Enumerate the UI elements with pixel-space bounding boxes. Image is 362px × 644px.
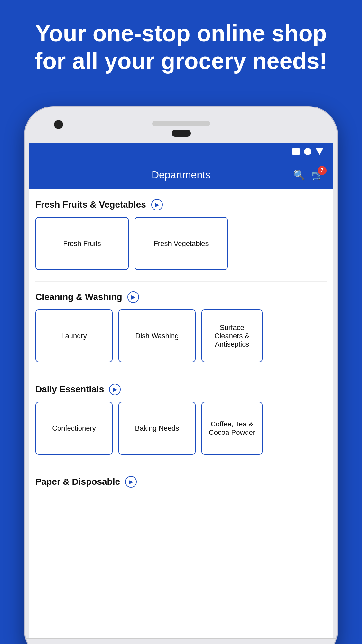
card-fresh-fruits[interactable]: Fresh Fruits <box>35 217 129 270</box>
search-icon[interactable]: 🔍 <box>293 169 305 181</box>
app-bar: Departments 🔍 🛒 7 <box>29 160 333 189</box>
hero-text: Your one-stop online shop for all your g… <box>0 0 362 88</box>
section-title-daily-essentials: Daily Essentials <box>35 384 104 395</box>
section-daily-essentials: Daily Essentials ▶ Confectionery Baking … <box>35 384 327 455</box>
section-title-paper-disposable: Paper & Disposable <box>35 477 120 487</box>
section-cleaning-washing: Cleaning & Washing ▶ Laundry Dish Washin… <box>35 291 327 362</box>
phone-top-bezel <box>25 107 337 143</box>
card-baking-needs[interactable]: Baking Needs <box>118 402 196 455</box>
divider-2 <box>35 374 327 374</box>
card-confectionery[interactable]: Confectionery <box>35 402 113 455</box>
divider-3 <box>35 466 327 466</box>
section-arrow-cleaning-washing[interactable]: ▶ <box>127 291 139 303</box>
section-title-fresh-fruits-veg: Fresh Fruits & Vegetables <box>35 200 146 210</box>
section-fresh-fruits-veg: Fresh Fruits & Vegetables ▶ Fresh Fruits… <box>35 199 327 270</box>
app-bar-icons: 🔍 🛒 7 <box>293 169 323 181</box>
status-icon-circle <box>304 148 311 155</box>
content-area: Fresh Fruits & Vegetables ▶ Fresh Fruits… <box>29 189 333 638</box>
card-dish-washing[interactable]: Dish Washing <box>118 309 196 362</box>
status-icon-signal <box>316 148 323 155</box>
card-surface-cleaners[interactable]: Surface Cleaners & Antiseptics <box>201 309 263 362</box>
section-arrow-daily-essentials[interactable]: ▶ <box>109 384 121 395</box>
phone-camera <box>54 120 63 129</box>
section-header-daily-essentials: Daily Essentials ▶ <box>35 384 327 395</box>
section-arrow-paper-disposable[interactable]: ▶ <box>125 476 137 488</box>
cards-row-fresh-fruits-veg: Fresh Fruits Fresh Vegetables <box>35 217 327 270</box>
divider-1 <box>35 281 327 282</box>
phone-screen: Departments 🔍 🛒 7 Fresh Fruits & Vegetab… <box>29 143 333 638</box>
section-title-cleaning-washing: Cleaning & Washing <box>35 292 122 302</box>
phone-speaker <box>152 121 210 126</box>
status-icon-square <box>292 148 300 155</box>
card-fresh-vegetables[interactable]: Fresh Vegetables <box>135 217 228 270</box>
cart-icon[interactable]: 🛒 7 <box>311 169 323 181</box>
section-header-cleaning-washing: Cleaning & Washing ▶ <box>35 291 327 303</box>
section-header-fresh-fruits-veg: Fresh Fruits & Vegetables ▶ <box>35 199 327 210</box>
phone-bottom-nav <box>25 638 337 644</box>
card-laundry[interactable]: Laundry <box>35 309 113 362</box>
cards-row-cleaning-washing: Laundry Dish Washing Surface Cleaners & … <box>35 309 327 362</box>
status-bar <box>29 143 333 160</box>
card-coffee-tea[interactable]: Coffee, Tea & Cocoa Powder <box>201 402 263 455</box>
app-bar-title: Departments <box>152 169 210 181</box>
cart-badge: 7 <box>318 166 327 175</box>
section-arrow-fresh-fruits-veg[interactable]: ▶ <box>151 199 163 210</box>
phone-frame: Departments 🔍 🛒 7 Fresh Fruits & Vegetab… <box>24 106 338 644</box>
phone-sensor <box>172 130 191 137</box>
cards-row-daily-essentials: Confectionery Baking Needs Coffee, Tea &… <box>35 402 327 455</box>
section-header-paper-disposable: Paper & Disposable ▶ <box>35 476 327 488</box>
section-paper-disposable: Paper & Disposable ▶ <box>35 476 327 488</box>
